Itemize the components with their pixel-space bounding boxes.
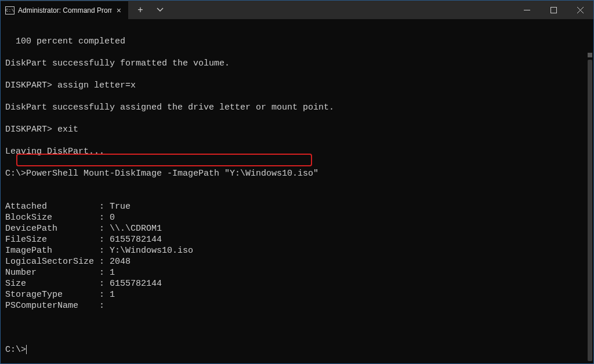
maximize-button[interactable] xyxy=(540,1,567,19)
cursor xyxy=(26,345,27,354)
cmd-icon: C:\ xyxy=(5,6,15,14)
terminal-window: C:\ Administrator: Command Promp × + xyxy=(0,0,594,364)
tab-title: Administrator: Command Promp xyxy=(18,6,112,14)
maximize-icon xyxy=(550,7,557,13)
tab-dropdown-button[interactable] xyxy=(151,1,169,19)
prompt: C:\> xyxy=(5,169,26,179)
chevron-down-icon xyxy=(157,6,164,13)
highlighted-command: PowerShell Mount-DiskImage -ImagePath "Y… xyxy=(26,169,318,179)
close-button[interactable] xyxy=(567,1,593,19)
tab-close-button[interactable]: × xyxy=(115,6,122,15)
tabstrip: + xyxy=(128,1,593,19)
final-prompt: C:\> xyxy=(5,345,26,355)
minimize-icon xyxy=(524,7,530,13)
terminal-body[interactable]: 100 percent completed DiskPart successfu… xyxy=(1,19,593,363)
scrollbar[interactable] xyxy=(588,60,592,361)
svg-rect-1 xyxy=(550,7,556,13)
minimize-button[interactable] xyxy=(513,1,540,19)
active-tab[interactable]: C:\ Administrator: Command Promp × xyxy=(1,1,128,19)
close-icon xyxy=(577,7,584,13)
new-tab-button[interactable]: + xyxy=(132,1,149,19)
mount-output-table: Attached : True BlockSize : 0 DevicePath… xyxy=(5,202,193,311)
window-controls xyxy=(513,1,593,19)
titlebar: C:\ Administrator: Command Promp × + xyxy=(1,1,593,19)
terminal-output: 100 percent completed DiskPart successfu… xyxy=(5,37,334,156)
